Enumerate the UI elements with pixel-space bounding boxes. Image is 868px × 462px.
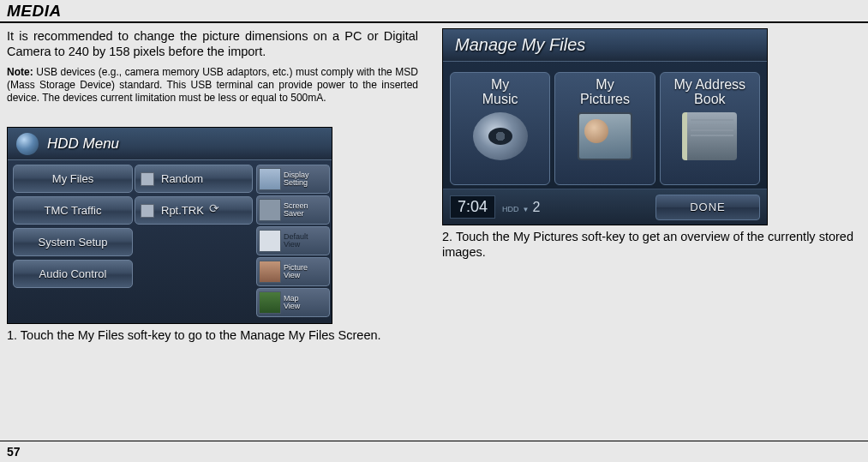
my-music-label: MyMusic bbox=[482, 78, 518, 107]
my-files-button[interactable]: My Files bbox=[13, 165, 133, 193]
done-button[interactable]: DONE bbox=[655, 195, 760, 220]
audio-control-label: Audio Control bbox=[39, 267, 107, 280]
intro-paragraph: It is recommended to change the picture … bbox=[7, 28, 418, 59]
display-setting-card[interactable]: DisplaySetting bbox=[256, 165, 330, 194]
hdd-title-text: HDD Menu bbox=[47, 135, 119, 153]
hdd-right-col: DisplaySetting ScreenSaver DefaultView P… bbox=[256, 165, 330, 317]
hdd-body: My Files TMC Traffic System Setup Audio … bbox=[8, 160, 332, 321]
picture-view-thumb bbox=[259, 261, 281, 283]
content-columns: It is recommended to change the picture … bbox=[0, 23, 868, 350]
default-view-label: DefaultView bbox=[284, 233, 308, 249]
address-book-icon bbox=[682, 112, 737, 160]
my-address-book-card[interactable]: My AddressBook bbox=[660, 72, 760, 185]
right-column: Manage My Files MyMusic MyPictures My Ad… bbox=[442, 28, 853, 343]
hdd-track-number: 2 bbox=[532, 200, 540, 215]
display-setting-thumb bbox=[259, 168, 281, 190]
page-number: 57 bbox=[7, 445, 861, 459]
note-paragraph: Note: USB devices (e.g., camera memory U… bbox=[7, 66, 418, 105]
map-view-card[interactable]: MapView bbox=[256, 288, 330, 317]
repeat-label: Rpt.TRK bbox=[161, 204, 204, 217]
default-view-card[interactable]: DefaultView bbox=[256, 226, 330, 255]
my-files-label: My Files bbox=[52, 172, 93, 185]
map-view-label: MapView bbox=[284, 295, 300, 311]
my-music-card[interactable]: MyMusic bbox=[450, 72, 550, 185]
random-label: Random bbox=[161, 172, 203, 185]
system-setup-label: System Setup bbox=[39, 236, 108, 249]
music-disc-icon bbox=[473, 112, 528, 160]
note-label: Note: bbox=[7, 66, 33, 78]
mmf-bottom-bar: 7:04 HDD ▼ 2 DONE bbox=[443, 189, 767, 225]
caption-1: 1. Touch the My Files soft-key to go to … bbox=[7, 327, 418, 343]
page-footer: 57 bbox=[0, 441, 868, 462]
caption-2: 2. Touch the My Pictures soft-key to get… bbox=[442, 229, 853, 260]
audio-control-button[interactable]: Audio Control bbox=[13, 260, 133, 288]
manage-my-files-screenshot: Manage My Files MyMusic MyPictures My Ad… bbox=[442, 28, 768, 225]
tmc-traffic-button[interactable]: TMC Traffic bbox=[13, 196, 133, 225]
mmf-cards-row: MyMusic MyPictures My AddressBook bbox=[443, 62, 767, 185]
map-view-thumb bbox=[259, 291, 281, 314]
my-address-book-label: My AddressBook bbox=[674, 78, 746, 107]
picture-view-label: PictureView bbox=[284, 264, 308, 280]
note-body: USB devices (e.g., camera memory USB ada… bbox=[7, 66, 418, 104]
done-label: DONE bbox=[690, 201, 726, 213]
hdd-menu-screenshot: HDD Menu My Files TMC Traffic System Set… bbox=[7, 127, 332, 324]
hdd-mid-col: Random Rpt.TRK bbox=[135, 165, 253, 317]
globe-icon bbox=[16, 133, 39, 155]
screen-saver-thumb bbox=[259, 199, 281, 221]
clock-time: 7:04 bbox=[450, 195, 495, 219]
checkbox-icon bbox=[141, 172, 154, 186]
mmf-title-bar: Manage My Files bbox=[443, 29, 767, 62]
my-pictures-card[interactable]: MyPictures bbox=[554, 72, 655, 185]
hdd-label: HDD bbox=[502, 205, 519, 213]
display-setting-label: DisplaySetting bbox=[284, 171, 309, 188]
checkbox-icon bbox=[141, 204, 154, 218]
pictures-icon bbox=[578, 112, 632, 160]
repeat-icon bbox=[209, 205, 230, 217]
page-title: MEDIA bbox=[7, 2, 861, 21]
hdd-indicator: HDD ▼ 2 bbox=[502, 200, 540, 215]
clock-display: 7:04 HDD ▼ 2 bbox=[450, 195, 540, 219]
repeat-track-button[interactable]: Rpt.TRK bbox=[135, 196, 253, 225]
system-setup-button[interactable]: System Setup bbox=[13, 228, 133, 256]
screen-saver-card[interactable]: ScreenSaver bbox=[256, 195, 330, 225]
my-pictures-label: MyPictures bbox=[580, 78, 630, 107]
screen-saver-label: ScreenSaver bbox=[284, 202, 308, 219]
hdd-title-bar: HDD Menu bbox=[8, 128, 332, 160]
random-button[interactable]: Random bbox=[135, 165, 253, 193]
page-header: MEDIA bbox=[0, 0, 868, 23]
left-column: It is recommended to change the picture … bbox=[7, 28, 418, 343]
default-view-thumb bbox=[259, 230, 281, 252]
mmf-title-text: Manage My Files bbox=[455, 35, 585, 55]
tmc-traffic-label: TMC Traffic bbox=[45, 204, 102, 217]
picture-view-card[interactable]: PictureView bbox=[256, 257, 330, 286]
hdd-left-col: My Files TMC Traffic System Setup Audio … bbox=[13, 165, 133, 317]
